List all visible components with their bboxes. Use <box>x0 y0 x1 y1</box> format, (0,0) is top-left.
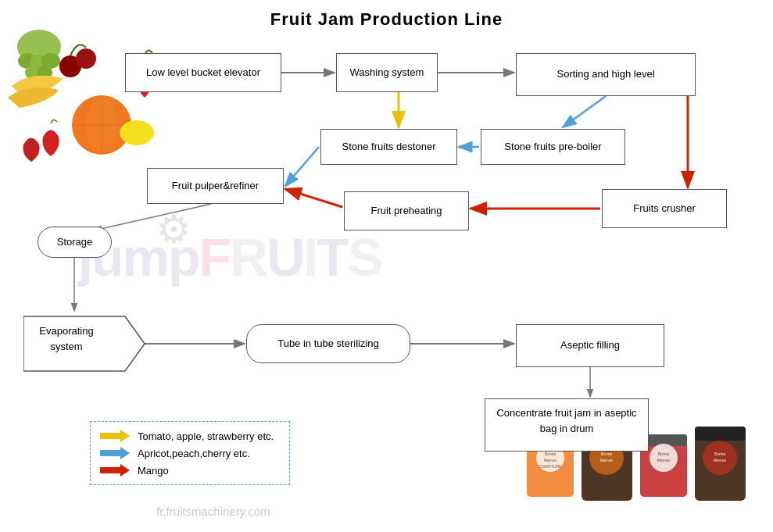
stone-destoner-box: Stone fruits destoner <box>320 129 457 165</box>
fruits-crusher-box: Fruits crusher <box>602 189 727 228</box>
svg-line-20 <box>563 96 606 127</box>
svg-line-25 <box>285 189 342 207</box>
legend: Tomato, apple, strawberry etc. Apricot,p… <box>90 421 290 485</box>
svg-text:Maman: Maman <box>600 458 614 462</box>
svg-text:system: system <box>50 341 82 352</box>
fruit-image <box>0 23 180 180</box>
svg-text:Maman: Maman <box>714 458 727 462</box>
svg-text:Maman: Maman <box>544 458 557 462</box>
concentrate-box: Concentrate fruit jam in aseptic bag in … <box>485 398 649 452</box>
svg-text:Maman: Maman <box>657 458 671 462</box>
watermark: jumpFRUITS <box>78 227 381 287</box>
svg-text:CONFITURE: CONFITURE <box>539 464 562 469</box>
svg-text:Bonne: Bonne <box>714 452 726 456</box>
watermark2: fr.fruitsmachinery.com <box>156 505 270 518</box>
svg-line-24 <box>285 147 319 186</box>
main-container: Fruit Jam Production Line <box>0 0 773 532</box>
tube-sterilizing-box: Tube in tube sterilizing <box>246 324 410 363</box>
svg-text:Bonne: Bonne <box>545 452 556 456</box>
legend-red: Mango <box>100 464 274 477</box>
storage-box: Storage <box>38 227 112 258</box>
svg-rect-51 <box>695 427 746 441</box>
aseptic-filling-box: Aseptic filling <box>516 324 664 367</box>
legend-blue: Apricot,peach,cherry etc. <box>100 447 274 459</box>
fruit-pulper-box: Fruit pulper&refiner <box>147 168 284 204</box>
legend-yellow: Tomato, apple, strawberry etc. <box>100 430 274 442</box>
svg-point-13 <box>120 120 154 145</box>
washing-box: Washing system <box>336 53 438 92</box>
svg-text:Evaporating: Evaporating <box>39 325 93 337</box>
evaporating-box: Evaporating system <box>23 312 149 378</box>
fruit-preheating-box: Fruit preheating <box>344 191 469 230</box>
svg-point-12 <box>76 48 96 69</box>
gear-icon: ⚙ <box>156 207 191 252</box>
svg-marker-33 <box>100 464 130 477</box>
svg-line-26 <box>94 204 211 230</box>
stone-preboiler-box: Stone fruits pre-boiler <box>481 129 625 165</box>
sorting-box: Sorting and high level <box>516 53 696 96</box>
svg-text:Bonne: Bonne <box>601 452 613 456</box>
svg-text:Bonne: Bonne <box>658 452 670 456</box>
svg-marker-31 <box>100 430 130 442</box>
svg-marker-32 <box>100 447 130 459</box>
low-level-box: Low level bucket elevator <box>125 53 281 92</box>
